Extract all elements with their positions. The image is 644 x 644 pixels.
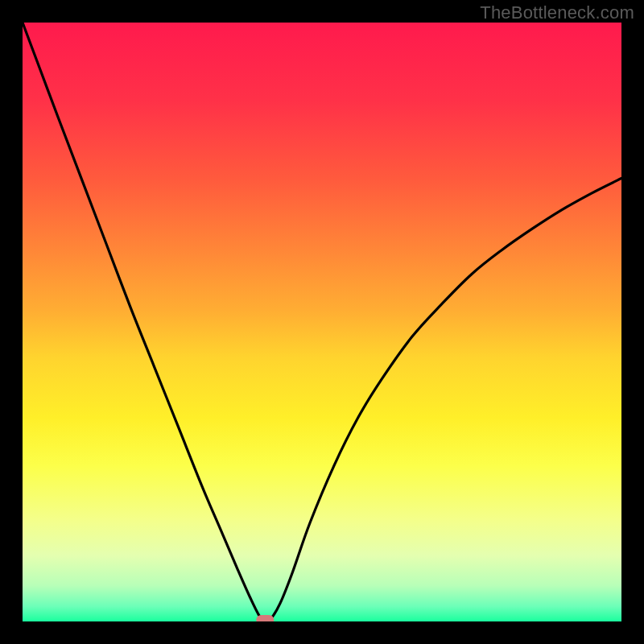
- chart-container: TheBottleneck.com: [0, 0, 644, 644]
- watermark-text: TheBottleneck.com: [480, 2, 634, 23]
- bottleneck-chart: [0, 0, 644, 644]
- chart-background: [23, 23, 621, 621]
